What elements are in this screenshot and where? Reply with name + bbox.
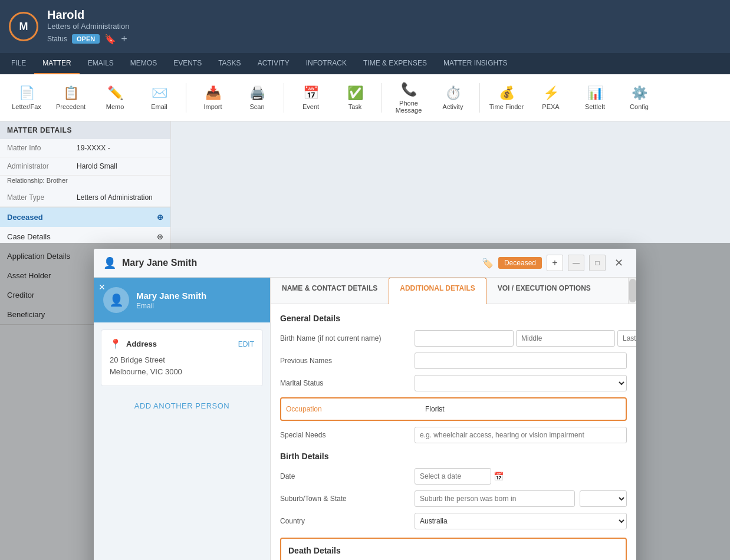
birth-date-calendar-icon[interactable]: 📅: [494, 472, 504, 481]
time-finder-button[interactable]: 💰 Time Finder: [486, 77, 527, 119]
tab-additional-details[interactable]: ADDITIONAL DETAILS: [389, 278, 486, 304]
add-tag-button[interactable]: +: [547, 255, 563, 271]
tag-icon[interactable]: 🏷️: [482, 258, 494, 269]
marital-status-select[interactable]: Single Married Divorced Widowed: [415, 375, 627, 391]
app-subtitle: Letters of Administration: [47, 22, 129, 31]
nav-item-tasks[interactable]: TASKS: [210, 53, 249, 74]
pexa-button[interactable]: ⚡ PEXA: [530, 77, 571, 119]
config-label: Config: [630, 103, 649, 110]
administrator-key: Administrator: [7, 162, 72, 170]
person-card-info: Mary Jane Smith Email: [136, 291, 206, 310]
person-card: ✕ 👤 Mary Jane Smith Email: [94, 278, 270, 322]
address-edit-link[interactable]: EDIT: [238, 340, 254, 348]
add-another-person-button[interactable]: ADD ANOTHER PERSON: [94, 393, 270, 419]
birth-details-title: Birth Details: [280, 452, 627, 461]
header-status: Status OPEN 🔖 +: [47, 33, 129, 45]
death-details-title: Death Details: [288, 546, 619, 555]
bookmark-icon[interactable]: 🔖: [104, 34, 116, 45]
sidebar-item-deceased[interactable]: Deceased ⊕: [0, 207, 170, 227]
nav-item-time-expenses[interactable]: TIME & EXPENSES: [355, 53, 435, 74]
person-card-close[interactable]: ✕: [98, 282, 106, 292]
birth-name-middle-input[interactable]: [516, 330, 615, 347]
dialog-overlay: 👤 Mary Jane Smith 🏷️ Deceased + — □ ✕: [0, 243, 730, 560]
occupation-input[interactable]: [420, 401, 621, 417]
maximize-button[interactable]: □: [589, 255, 606, 271]
precedent-button[interactable]: 📋 Precedent: [50, 77, 91, 119]
memo-label: Memo: [106, 103, 124, 110]
precedent-icon: 📋: [63, 85, 79, 101]
import-icon: 📥: [205, 85, 221, 101]
import-button[interactable]: 📥 Import: [192, 77, 234, 119]
previous-names-label: Previous Names: [280, 357, 410, 365]
birth-country-select[interactable]: Australia New Zealand United Kingdom: [415, 513, 627, 529]
toolbar: 📄 Letter/Fax 📋 Precedent ✏️ Memo ✉️ Emai…: [0, 74, 730, 121]
close-button[interactable]: ✕: [610, 255, 627, 271]
status-label: Status: [47, 35, 67, 43]
birth-suburb-label: Suburb/Town & State: [280, 495, 410, 503]
tab-voi-execution[interactable]: VOI / EXECUTION OPTIONS: [486, 278, 602, 304]
email-icon: ✉️: [152, 85, 167, 101]
birth-name-last-input[interactable]: [617, 330, 636, 347]
scan-label: Scan: [249, 103, 264, 110]
time-finder-label: Time Finder: [489, 103, 524, 110]
case-details-label: Case Details: [7, 232, 51, 241]
settleit-button[interactable]: 📊 SettleIt: [574, 77, 616, 119]
settleit-icon: 📊: [587, 85, 603, 101]
scan-icon: 🖨️: [249, 85, 265, 101]
nav-item-memos[interactable]: MEMOS: [122, 53, 165, 74]
task-button[interactable]: ✅ Task: [334, 77, 376, 119]
birth-name-label: Birth Name (if not current name): [280, 334, 410, 342]
nav-item-matter-insights[interactable]: MATTER INSIGHTS: [435, 53, 515, 74]
import-label: Import: [203, 103, 222, 110]
nav-item-activity[interactable]: ACTIVITY: [249, 53, 298, 74]
deceased-add-icon[interactable]: ⊕: [157, 213, 163, 222]
nav-item-infotrack[interactable]: INFOTRACK: [298, 53, 355, 74]
nav-item-matter[interactable]: MATTER: [34, 53, 79, 74]
occupation-row: Occupation: [280, 397, 627, 421]
address-icon: 📍: [110, 338, 121, 350]
special-needs-input[interactable]: [415, 427, 627, 443]
address-card-header: 📍 Address EDIT: [110, 338, 254, 350]
address-title: 📍 Address: [110, 338, 157, 350]
birth-suburb-input[interactable]: [415, 490, 575, 507]
address-line1: 20 Bridge Street: [110, 354, 254, 366]
deceased-tag: Deceased: [498, 257, 542, 269]
death-details-section: Death Details Date 📅: [280, 538, 627, 560]
birth-date-input[interactable]: [415, 468, 491, 485]
sidebar-title: MATTER DETAILS: [0, 121, 170, 139]
dialog-person-icon: 👤: [103, 256, 116, 269]
special-needs-label: Special Needs: [280, 431, 410, 439]
event-button[interactable]: 📅 Event: [290, 77, 331, 119]
memo-button[interactable]: ✏️ Memo: [94, 77, 136, 119]
minimize-button[interactable]: —: [568, 255, 584, 271]
tab-name-contact[interactable]: NAME & CONTACT DETAILS: [271, 278, 389, 304]
nav-item-events[interactable]: EVENTS: [165, 53, 210, 74]
previous-names-input[interactable]: [415, 353, 627, 369]
time-finder-icon: 💰: [499, 85, 515, 101]
precedent-label: Precedent: [56, 103, 86, 110]
email-button[interactable]: ✉️ Email: [139, 77, 180, 119]
matter-details-section: Matter Info 19-XXXX - Administrator Haro…: [0, 139, 170, 207]
case-details-add-icon[interactable]: ⊕: [157, 232, 163, 241]
matter-info-row: Matter Info 19-XXXX -: [0, 139, 170, 157]
add-status-icon[interactable]: +: [121, 33, 127, 45]
dialog-title-row: 👤 Mary Jane Smith: [103, 256, 197, 269]
app-logo: M: [9, 12, 38, 41]
letter-fax-button[interactable]: 📄 Letter/Fax: [6, 77, 47, 119]
dialog-right-panel: NAME & CONTACT DETAILS ADDITIONAL DETAIL…: [271, 278, 636, 560]
phone-message-button[interactable]: 📞 Phone Message: [388, 77, 429, 119]
event-icon: 📅: [303, 85, 319, 101]
scan-button[interactable]: 🖨️ Scan: [236, 77, 278, 119]
letter-fax-icon: 📄: [19, 85, 35, 101]
birth-state-select[interactable]: VICNSWQLDWASATASACTNT: [580, 490, 627, 507]
dialog-header: 👤 Mary Jane Smith 🏷️ Deceased + — □ ✕: [94, 249, 636, 278]
administrator-row: Administrator Harold Small: [0, 157, 170, 176]
activity-icon: ⏱️: [445, 85, 461, 101]
activity-button[interactable]: ⏱️ Activity: [432, 77, 473, 119]
pexa-icon: ⚡: [543, 85, 559, 101]
administrator-value: Harold Small: [77, 162, 163, 170]
nav-item-file[interactable]: FILE: [3, 53, 34, 74]
config-button[interactable]: ⚙️ Config: [619, 77, 660, 119]
birth-name-first-input[interactable]: [415, 330, 514, 347]
nav-item-emails[interactable]: EMAILS: [80, 53, 122, 74]
